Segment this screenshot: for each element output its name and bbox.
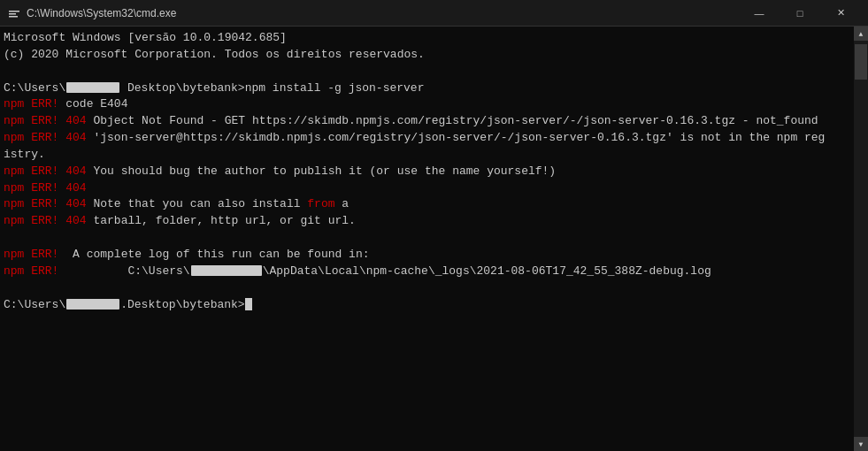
scrollbar-thumb[interactable] xyxy=(855,44,867,80)
terminal-output[interactable]: Microsoft Windows [versão 10.0.19042.685… xyxy=(0,27,854,451)
line-15: npm ERR! C:\Users\\AppData\Local\npm-cac… xyxy=(4,264,850,280)
svg-rect-2 xyxy=(9,13,16,15)
svg-rect-1 xyxy=(9,11,19,12)
line-1: Microsoft Windows [versão 10.0.19042.685… xyxy=(4,30,850,47)
content-area: Microsoft Windows [versão 10.0.19042.685… xyxy=(0,27,868,451)
redacted-username-3 xyxy=(66,299,119,310)
cmd-window: C:\Windows\System32\cmd.exe — □ ✕ Micros… xyxy=(0,0,868,451)
window-title: C:\Windows\System32\cmd.exe xyxy=(27,7,739,19)
svg-rect-3 xyxy=(9,16,18,18)
line-16 xyxy=(4,280,850,297)
scroll-down-button[interactable]: ▼ xyxy=(854,437,868,451)
line-14: npm ERR! A complete log of this run can … xyxy=(4,247,850,264)
redacted-username-2 xyxy=(191,265,262,276)
line-6: npm ERR! 404 Object Not Found - GET http… xyxy=(4,113,850,130)
line-17-prompt: C:\Users\.Desktop\bytebank> xyxy=(4,297,850,314)
scroll-up-button[interactable]: ▲ xyxy=(854,27,868,41)
window-controls: — □ ✕ xyxy=(739,0,861,27)
minimize-button[interactable]: — xyxy=(739,0,780,27)
line-7: npm ERR! 404 'json-server@https://skimdb… xyxy=(4,130,850,147)
line-5: npm ERR! code E404 xyxy=(4,96,850,113)
maximize-button[interactable]: □ xyxy=(780,0,820,27)
line-9: npm ERR! 404 You should bug the author t… xyxy=(4,164,850,180)
line-4: C:\Users\ Desktop\bytebank>npm install -… xyxy=(4,80,850,97)
line-10: npm ERR! 404 xyxy=(4,180,850,197)
line-2: (c) 2020 Microsoft Corporation. Todos os… xyxy=(4,47,850,64)
close-button[interactable]: ✕ xyxy=(820,0,861,27)
cmd-icon xyxy=(7,6,21,20)
scrollbar[interactable]: ▲ ▼ xyxy=(854,27,868,451)
terminal-cursor xyxy=(245,298,252,310)
scrollbar-track[interactable] xyxy=(854,41,868,437)
line-11: npm ERR! 404 Note that you can also inst… xyxy=(4,196,850,213)
line-8: istry. xyxy=(4,147,850,164)
line-3 xyxy=(4,64,850,80)
redacted-username-1 xyxy=(66,82,119,93)
line-13 xyxy=(4,230,850,247)
title-bar: C:\Windows\System32\cmd.exe — □ ✕ xyxy=(0,0,868,27)
line-12: npm ERR! 404 tarball, folder, http url, … xyxy=(4,213,850,230)
